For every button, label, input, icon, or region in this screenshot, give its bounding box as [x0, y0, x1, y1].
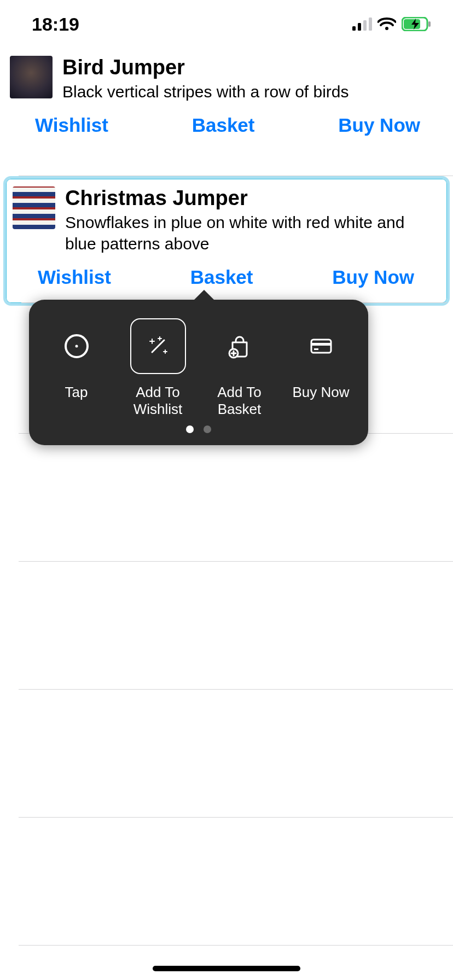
popup-action-buy-now[interactable]: Buy Now — [280, 316, 362, 401]
home-indicator[interactable] — [153, 966, 300, 971]
empty-row — [19, 690, 453, 818]
svg-point-4 — [385, 27, 388, 30]
basket-button[interactable]: Basket — [192, 114, 255, 136]
signal-strength-icon — [352, 18, 372, 31]
empty-row — [19, 562, 453, 690]
credit-card-icon — [308, 333, 334, 359]
popup-action-label: Add To Wishlist — [117, 384, 199, 418]
svg-rect-0 — [352, 26, 356, 31]
svg-rect-2 — [363, 20, 367, 31]
product-description: Black vertical stripes with a row of bir… — [62, 81, 442, 102]
wishlist-button[interactable]: Wishlist — [35, 114, 108, 136]
page-dot-active[interactable] — [186, 425, 194, 433]
svg-line-11 — [152, 340, 164, 352]
status-bar: 18:19 — [0, 0, 453, 48]
wishlist-button[interactable]: Wishlist — [38, 266, 111, 288]
svg-rect-7 — [428, 21, 431, 27]
product-thumbnail — [10, 56, 53, 98]
product-title: Bird Jumper — [62, 56, 442, 80]
product-list: Bird Jumper Black vertical stripes with … — [0, 48, 453, 946]
page-dot[interactable] — [204, 425, 211, 433]
bag-plus-icon — [227, 334, 252, 359]
buy-now-button[interactable]: Buy Now — [332, 266, 414, 288]
svg-rect-1 — [358, 23, 361, 31]
accessibility-actions-popup[interactable]: Tap Add To Wishlist — [29, 300, 368, 445]
page-dots[interactable] — [36, 425, 362, 433]
empty-row — [19, 818, 453, 946]
buy-now-button[interactable]: Buy Now — [338, 114, 420, 136]
basket-button[interactable]: Basket — [190, 266, 253, 288]
svg-rect-23 — [314, 348, 318, 350]
svg-rect-21 — [311, 340, 331, 353]
svg-point-10 — [75, 345, 78, 348]
status-icons — [352, 17, 431, 31]
popup-action-add-to-wishlist[interactable]: Add To Wishlist — [117, 316, 199, 418]
wand-icon — [146, 334, 171, 359]
popup-action-label: Buy Now — [292, 384, 349, 401]
popup-action-tap[interactable]: Tap — [36, 316, 117, 401]
empty-row — [19, 434, 453, 562]
product-row-bird-jumper[interactable]: Bird Jumper Black vertical stripes with … — [19, 48, 453, 176]
product-thumbnail — [13, 186, 55, 229]
product-row-christmas-jumper[interactable]: Christmas Jumper Snowflakes in plue on w… — [3, 176, 450, 306]
wifi-icon — [378, 18, 396, 31]
battery-charging-icon — [402, 17, 431, 31]
product-description: Snowflakes in plue on white with red whi… — [65, 212, 436, 254]
svg-rect-3 — [369, 18, 372, 31]
popup-action-label: Tap — [65, 384, 88, 401]
popup-action-label: Add To Basket — [199, 384, 280, 418]
status-time: 18:19 — [32, 14, 79, 35]
svg-rect-22 — [311, 343, 331, 346]
tap-icon — [63, 333, 90, 359]
product-title: Christmas Jumper — [65, 186, 436, 211]
popup-action-add-to-basket[interactable]: Add To Basket — [199, 316, 280, 418]
